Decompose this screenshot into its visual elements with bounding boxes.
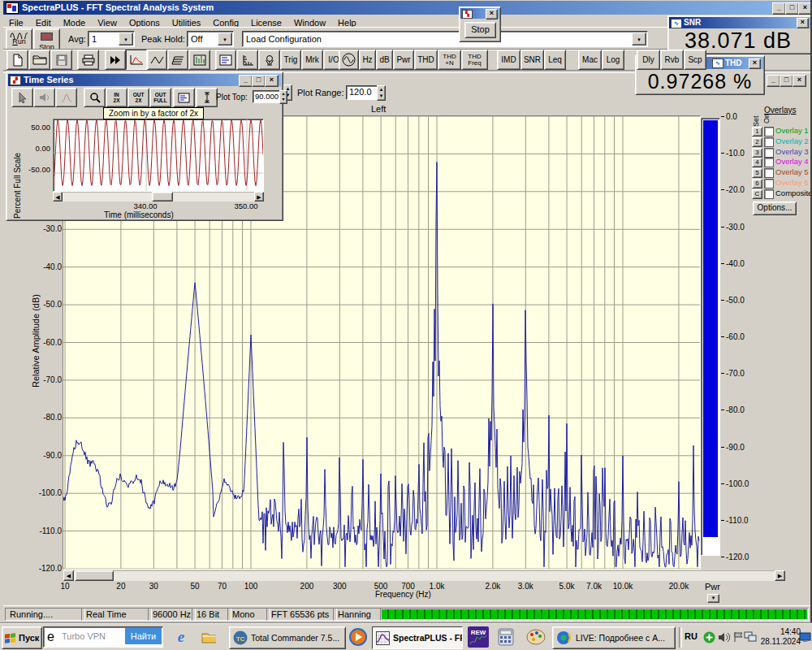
tray-clock[interactable]: 14:40 28.11.2024 — [758, 627, 801, 647]
save-button[interactable] — [50, 50, 72, 70]
search-button[interactable]: Найти — [125, 628, 162, 644]
taskbar-total-commander[interactable]: TC Total Commander 7.5... — [229, 626, 346, 649]
peak-hold-dropdown[interactable]: Off ▼ — [187, 31, 234, 47]
scroll-thumb[interactable] — [75, 570, 114, 581]
spectrogram-view-button[interactable] — [188, 50, 210, 70]
ts-scroll-left[interactable]: ◀ — [53, 192, 63, 202]
microphone-cal-button[interactable] — [258, 50, 280, 70]
scaling-button[interactable] — [236, 50, 258, 70]
units-pwr-button[interactable]: Pwr — [393, 50, 414, 70]
spectrum-view-button[interactable] — [126, 50, 147, 70]
ts-h-scrollbar[interactable]: ◀ ▶ — [53, 192, 264, 202]
time-series-minimize[interactable]: _ — [239, 75, 253, 87]
overlay-on-checkbox-2[interactable] — [764, 137, 774, 147]
vertical-range-button[interactable] — [196, 88, 218, 107]
thd-plus-n-button[interactable]: THD+N — [438, 50, 461, 70]
overlay-set-button-6[interactable]: 6 — [752, 179, 762, 188]
tray-volume-icon[interactable] — [716, 630, 731, 644]
plot-range-spinner[interactable]: ▴▾ — [377, 85, 386, 101]
overlay-set-button-2[interactable]: 2 — [752, 137, 762, 147]
plot-range-field[interactable]: 120.0 — [346, 85, 379, 100]
ie-icon[interactable]: e — [174, 630, 188, 644]
overlay-on-checkbox-4[interactable] — [764, 158, 774, 167]
overlay-on-checkbox-C[interactable] — [764, 189, 774, 199]
generator-stop-button[interactable]: Stop — [464, 22, 496, 38]
fast-forward-button[interactable] — [105, 50, 126, 70]
zoom-out-2x-button[interactable]: OUT2X — [127, 88, 149, 107]
taskbar-search-box[interactable]: e Turbo VPN Найти — [43, 626, 163, 648]
folder-icon[interactable] — [201, 630, 216, 644]
child-close-button[interactable]: × — [793, 75, 806, 87]
run-button[interactable]: Run — [6, 28, 32, 50]
overlays-options-button[interactable]: Options... — [753, 202, 797, 215]
ts-plot-top-spinner[interactable]: ▴▾ — [279, 90, 287, 104]
ts-scroll-thumb[interactable] — [152, 192, 173, 202]
logging-button[interactable]: Log — [602, 50, 624, 70]
overlay-on-checkbox-6[interactable] — [764, 179, 774, 188]
units-db-button[interactable]: dB — [376, 50, 393, 70]
avg-dropdown[interactable]: 1 ▼ — [88, 31, 135, 47]
snr-button[interactable]: SNR — [520, 50, 544, 70]
snr-close-button[interactable]: × — [797, 18, 809, 28]
overlay-set-button-3[interactable]: 3 — [752, 148, 762, 158]
peak-curve-button[interactable] — [55, 88, 77, 107]
ts-plot-top-field[interactable]: 90.000 — [253, 90, 282, 103]
close-button[interactable]: × — [798, 2, 812, 15]
tray-network-icon[interactable] — [743, 630, 758, 644]
overlay-on-checkbox-1[interactable] — [764, 127, 774, 136]
trigger-button[interactable]: Trig — [280, 50, 301, 70]
scroll-left-button[interactable]: ◀ — [63, 570, 74, 581]
zoom-in-2x-button[interactable]: IN2X — [106, 88, 127, 107]
processing-settings-button[interactable] — [215, 50, 236, 70]
ts-plot[interactable] — [53, 119, 264, 192]
overlay-set-button-4[interactable]: 4 — [752, 158, 762, 167]
leq-button[interactable]: Leq — [544, 50, 566, 70]
rew-icon[interactable]: REW — [468, 626, 489, 648]
time-series-maximize[interactable]: □ — [252, 75, 266, 87]
start-button[interactable]: Пуск — [2, 626, 42, 649]
tray-display-icon[interactable] — [799, 630, 811, 644]
open-button[interactable] — [28, 50, 50, 70]
thd-button[interactable]: THD — [414, 50, 438, 70]
peak-hold-dropdown-arrow[interactable]: ▼ — [218, 32, 232, 46]
print-button[interactable] — [77, 50, 99, 70]
new-button[interactable] — [6, 50, 28, 70]
load-configuration-dropdown[interactable]: Load Configuration ▼ — [242, 31, 648, 47]
ts-scroll-right[interactable]: ▶ — [254, 192, 264, 202]
overlay-on-checkbox-3[interactable] — [764, 148, 774, 158]
overlay-set-button-1[interactable]: 1 — [752, 127, 762, 136]
media-player-icon[interactable] — [349, 628, 367, 646]
child-minimize-button[interactable]: _ — [767, 75, 780, 87]
stop-button[interactable]: Stop — [33, 28, 60, 50]
listen-button[interactable] — [33, 88, 55, 107]
stop-window-close-button[interactable]: × — [486, 9, 498, 20]
thd-freq-button[interactable]: THDFreq — [461, 50, 488, 70]
minimize-button[interactable]: _ — [772, 2, 786, 15]
markers-button[interactable]: Mrk — [301, 50, 323, 70]
overlay-set-button-C[interactable]: C — [752, 189, 762, 199]
scroll-right-button[interactable]: ▶ — [775, 570, 785, 581]
time-series-close[interactable]: × — [265, 75, 279, 87]
waterfall-view-button[interactable] — [167, 50, 188, 70]
macro-button[interactable]: Mac — [578, 50, 602, 70]
overlay-on-checkbox-5[interactable] — [764, 168, 774, 178]
time-series-view-button[interactable] — [147, 50, 167, 70]
child-restore-button[interactable]: □ — [780, 75, 793, 87]
taskbar-spectraplus[interactable]: SpectraPLUS - FFT ... — [372, 626, 463, 649]
avg-dropdown-arrow[interactable]: ▼ — [119, 32, 133, 46]
load-configuration-arrow[interactable]: ▼ — [632, 32, 646, 46]
meter-mini-button[interactable]: ▾ — [707, 594, 719, 603]
scope-button[interactable]: Scp — [684, 50, 706, 70]
calculator-icon[interactable] — [497, 628, 515, 646]
zoom-out-full-button[interactable]: OUTFULL — [149, 88, 171, 107]
signal-generator-button[interactable] — [339, 50, 359, 70]
thd-close-button[interactable]: × — [749, 58, 761, 69]
delay-button[interactable]: Dly — [637, 50, 660, 70]
reverb-button[interactable]: Rvb — [660, 50, 684, 70]
paint-icon[interactable] — [526, 628, 546, 646]
display-settings-button[interactable] — [173, 88, 195, 107]
taskbar-live[interactable]: LIVE: Подробнее с А... — [552, 626, 676, 649]
imd-button[interactable]: IMD — [497, 50, 520, 70]
select-cursor-button[interactable] — [11, 88, 33, 107]
tray-update-icon[interactable] — [702, 630, 716, 644]
